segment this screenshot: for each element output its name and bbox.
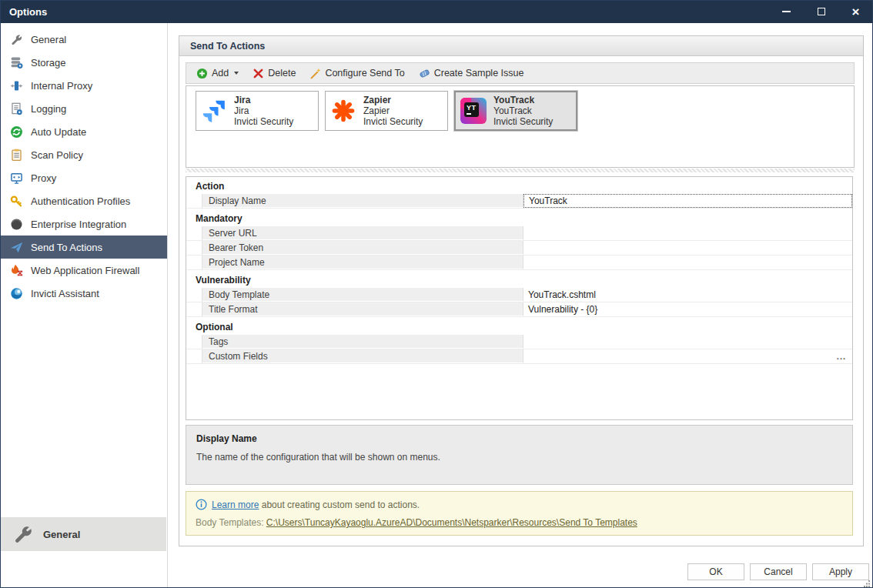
row-gutter: [186, 302, 202, 316]
delete-label: Delete: [268, 68, 296, 79]
card-youtrack[interactable]: YT YouTrack YouTrack Invicti Security: [454, 91, 577, 131]
tags-value[interactable]: [523, 335, 852, 349]
grid-row-custom-fields: Custom Fields ...: [186, 349, 852, 364]
grid-category-mandatory: Mandatory: [186, 211, 852, 226]
ellipsis-button[interactable]: ...: [837, 349, 852, 363]
project-name-value[interactable]: [523, 256, 852, 269]
card-jira[interactable]: Jira Jira Invicti Security: [196, 91, 319, 131]
server-url-label[interactable]: Server URL: [202, 226, 523, 240]
sidebar-item-label: Send To Actions: [31, 242, 102, 253]
sidebar-item-general[interactable]: General: [0, 28, 167, 51]
assistant-icon: [9, 286, 23, 300]
description-text: The name of the configuration that will …: [196, 452, 842, 463]
toolbar: Add Delete Configure Send To Create Samp…: [186, 62, 855, 84]
sidebar-item-scan-policy[interactable]: Scan Policy: [0, 143, 167, 166]
ok-button[interactable]: OK: [687, 563, 744, 580]
learn-more-text: about creating custom send to actions.: [259, 499, 420, 510]
configure-label: Configure Send To: [325, 68, 404, 79]
grid-row-display-name: Display Name YouTrack: [186, 194, 852, 209]
configure-send-to-button[interactable]: Configure Send To: [304, 66, 410, 81]
sidebar: General Storage Internal Proxy Logging A…: [0, 23, 168, 588]
title-format-value[interactable]: Vulnerability - {0}: [523, 302, 852, 316]
row-gutter: [186, 288, 202, 302]
sidebar-item-label: General: [31, 34, 66, 45]
window-title: Options: [0, 6, 47, 18]
paper-plane-icon: [9, 240, 23, 254]
sidebar-item-label: Auto Update: [31, 126, 86, 138]
sidebar-item-send-to-actions[interactable]: Send To Actions: [0, 236, 167, 259]
grid-row-server-url: Server URL: [186, 226, 852, 241]
add-label: Add: [212, 68, 229, 79]
sidebar-item-label: Internal Proxy: [31, 80, 92, 92]
row-gutter: [186, 226, 202, 240]
wrench-icon: [12, 523, 34, 545]
key-icon: [9, 194, 23, 208]
body-templates-path-link[interactable]: C:\Users\TuncayKayaoglu.AzureAD\Document…: [266, 517, 637, 528]
tags-label[interactable]: Tags: [202, 335, 523, 349]
sidebar-item-label: Proxy: [31, 172, 56, 184]
project-name-label[interactable]: Project Name: [202, 256, 523, 269]
custom-fields-label[interactable]: Custom Fields: [202, 349, 523, 363]
info-box: Learn more about creating custom send to…: [186, 491, 853, 536]
zapier-logo-icon: [330, 98, 356, 124]
grid-row-body-template: Body Template YouTrack.cshtml: [186, 288, 852, 302]
card-vendor: Invicti Security: [234, 116, 293, 127]
wrench-icon: [9, 32, 23, 46]
sidebar-item-web-application-firewall[interactable]: Web Application Firewall: [0, 259, 167, 282]
splitter-handle[interactable]: [186, 169, 855, 172]
sidebar-footer-general[interactable]: General: [0, 517, 166, 551]
info-icon: [196, 499, 207, 510]
sidebar-item-storage[interactable]: Storage: [0, 51, 167, 74]
proxy-icon: [9, 171, 23, 185]
learn-more-link[interactable]: Learn more: [212, 499, 259, 510]
sidebar-item-auto-update[interactable]: Auto Update: [0, 120, 167, 143]
group-header-title: Send To Actions: [190, 41, 265, 52]
server-url-value[interactable]: [523, 226, 852, 240]
apply-button[interactable]: Apply: [812, 563, 869, 580]
card-name: Jira: [234, 105, 293, 116]
description-title: Display Name: [196, 433, 842, 444]
body-template-label[interactable]: Body Template: [202, 288, 523, 302]
maximize-button[interactable]: [804, 0, 838, 23]
create-sample-issue-button[interactable]: Create Sample Issue: [413, 66, 530, 81]
minimize-button[interactable]: [769, 0, 804, 23]
delete-icon: [253, 68, 264, 79]
body-templates-label: Body Templates:: [196, 517, 266, 528]
display-name-label[interactable]: Display Name: [202, 194, 523, 208]
delete-button[interactable]: Delete: [247, 66, 301, 81]
bearer-token-label[interactable]: Bearer Token: [202, 241, 523, 255]
sidebar-item-label: Logging: [31, 103, 66, 115]
add-button[interactable]: Add: [191, 66, 244, 81]
card-zapier[interactable]: Zapier Zapier Invicti Security: [325, 91, 448, 131]
cancel-button[interactable]: Cancel: [750, 563, 807, 580]
maximize-icon: [818, 8, 825, 15]
sidebar-item-logging[interactable]: Logging: [0, 97, 167, 120]
grid-row-project-name: Project Name: [186, 256, 852, 270]
sidebar-item-internal-proxy[interactable]: Internal Proxy: [0, 74, 167, 97]
row-gutter: [186, 335, 202, 349]
card-vendor: Invicti Security: [493, 116, 553, 127]
custom-fields-value[interactable]: ...: [523, 349, 852, 363]
close-button[interactable]: ×: [838, 0, 873, 23]
sidebar-item-authentication-profiles[interactable]: Authentication Profiles: [0, 189, 167, 212]
auto-update-icon: [9, 125, 23, 139]
body-template-value[interactable]: YouTrack.cshtml: [523, 288, 852, 302]
grid-category-optional: Optional: [186, 319, 852, 335]
youtrack-logo-icon: YT: [460, 98, 487, 124]
title-format-label[interactable]: Title Format: [202, 302, 523, 316]
bearer-token-value[interactable]: [523, 241, 852, 255]
sidebar-item-label: Enterprise Integration: [31, 219, 126, 230]
display-name-value[interactable]: YouTrack: [523, 194, 852, 208]
minimize-icon: [782, 11, 791, 12]
sidebar-footer-label: General: [43, 529, 80, 540]
storage-icon: [9, 55, 23, 69]
sidebar-item-invicti-assistant[interactable]: Invicti Assistant: [0, 282, 167, 305]
resize-grip[interactable]: [864, 579, 871, 586]
sidebar-item-enterprise-integration[interactable]: Enterprise Integration: [0, 212, 167, 236]
scan-policy-icon: [9, 148, 23, 162]
firewall-icon: [9, 263, 23, 277]
grid-category-action: Action: [186, 179, 852, 194]
row-gutter: [186, 256, 202, 269]
sample-issue-icon: [419, 68, 430, 79]
sidebar-item-proxy[interactable]: Proxy: [0, 166, 167, 189]
